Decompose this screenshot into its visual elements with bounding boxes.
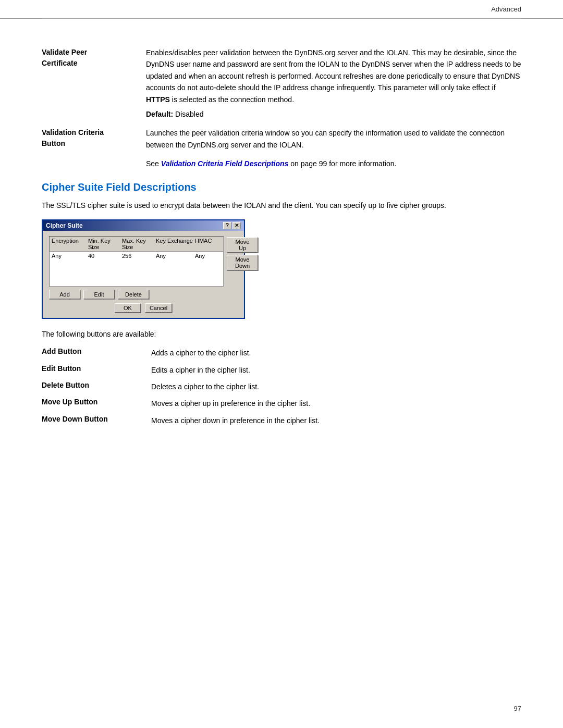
cipher-suite-intro: The SSL/TLS cipher suite is used to encr… — [42, 200, 521, 211]
edit-button-text: Edits a cipher in the cipher list. — [151, 364, 521, 376]
cell-encryption: Any — [52, 253, 88, 259]
cipher-suite-dialog: Cipher Suite ? ✕ Encrypt — [42, 219, 245, 319]
validate-peer-description: Enables/disables peer validation between… — [146, 47, 521, 120]
page-header: Advanced — [0, 0, 563, 19]
dialog-title: Cipher Suite — [46, 222, 83, 229]
ok-button[interactable]: OK — [115, 303, 141, 313]
cell-hmac: Any — [195, 253, 221, 259]
move-up-button-label: Move Up Button — [42, 398, 151, 406]
cipher-suite-heading: Cipher Suite Field Descriptions — [42, 181, 521, 193]
edit-button-label: Edit Button — [42, 364, 151, 373]
page-container: Advanced Validate Peer Certificate Enabl… — [0, 0, 563, 728]
page-footer: 97 — [514, 705, 521, 712]
move-down-button-desc: Move Down Button Moves a cipher down in … — [42, 415, 521, 426]
cell-min-key: 40 — [88, 253, 122, 259]
col-hmac: HMAC — [195, 238, 221, 250]
validation-criteria-description: Launches the peer validation criteria wi… — [146, 127, 521, 151]
col-min-key: Min. Key Size — [88, 238, 122, 250]
main-content: Validate Peer Certificate Enables/disabl… — [42, 47, 521, 426]
cell-key-exchange: Any — [156, 253, 195, 259]
add-button-label: Add Button — [42, 347, 151, 355]
move-down-button-text: Moves a cipher down in preference in the… — [151, 415, 521, 426]
button-descriptions-list: Add Button Adds a cipher to the cipher l… — [42, 347, 521, 426]
cipher-side-buttons: Move Up Move Down — [227, 236, 258, 287]
delete-button-desc: Delete Button Deletes a cipher to the ci… — [42, 381, 521, 392]
dialog-help-button[interactable]: ? — [223, 222, 231, 229]
validation-criteria-field: Validation Criteria Button Launches the … — [42, 127, 521, 151]
cipher-content-area: Encryption Min. Key Size Max. Key Size K… — [49, 236, 238, 287]
cipher-table-row: Any 40 256 Any Any — [50, 252, 223, 260]
col-key-exchange: Key Exchange — [156, 238, 195, 250]
page-number: 97 — [514, 705, 521, 712]
validate-peer-field: Validate Peer Certificate Enables/disabl… — [42, 47, 521, 120]
cipher-table-header: Encryption Min. Key Size Max. Key Size K… — [50, 237, 223, 252]
dialog-close-button[interactable]: ✕ — [232, 222, 241, 229]
delete-button-text: Deletes a cipher to the cipher list. — [151, 381, 521, 392]
move-up-button[interactable]: Move Up — [227, 237, 258, 253]
dialog-titlebar: Cipher Suite ? ✕ — [43, 220, 244, 231]
delete-button-label: Delete Button — [42, 381, 151, 389]
cipher-list-content: Encryption Min. Key Size Max. Key Size K… — [49, 236, 224, 287]
header-label: Advanced — [491, 5, 521, 13]
cipher-list-empty — [50, 260, 223, 286]
move-down-button-label: Move Down Button — [42, 415, 151, 423]
following-buttons-text: The following buttons are available: — [42, 328, 521, 340]
col-encryption: Encryption — [52, 238, 88, 250]
validate-peer-label: Validate Peer Certificate — [42, 47, 146, 69]
edit-button-desc: Edit Button Edits a cipher in the cipher… — [42, 364, 521, 376]
default-line: Default: Disabled — [146, 108, 521, 120]
move-up-button-desc: Move Up Button Moves a cipher up in pref… — [42, 398, 521, 409]
dialog-ok-cancel: OK Cancel — [49, 303, 238, 313]
cipher-list-area: Encryption Min. Key Size Max. Key Size K… — [49, 236, 224, 287]
cell-max-key: 256 — [122, 253, 156, 259]
move-up-button-text: Moves a cipher up in preference in the c… — [151, 398, 521, 409]
cipher-suite-dialog-wrapper: Cipher Suite ? ✕ Encrypt — [42, 219, 521, 319]
dialog-body: Encryption Min. Key Size Max. Key Size K… — [43, 231, 244, 318]
add-button-desc: Add Button Adds a cipher to the cipher l… — [42, 347, 521, 359]
edit-cipher-button[interactable]: Edit — [83, 290, 115, 299]
add-cipher-button[interactable]: Add — [49, 290, 80, 299]
validation-link-line: See Validation Criteria Field Descriptio… — [146, 158, 521, 169]
validation-criteria-label: Validation Criteria Button — [42, 127, 146, 149]
delete-cipher-button[interactable]: Delete — [118, 290, 149, 299]
add-button-text: Adds a cipher to the cipher list. — [151, 347, 521, 359]
col-max-key: Max. Key Size — [122, 238, 156, 250]
dialog-controls: ? ✕ — [223, 222, 241, 229]
validation-criteria-link[interactable]: Validation Criteria Field Descriptions — [161, 159, 289, 168]
cancel-button[interactable]: Cancel — [145, 303, 172, 313]
move-down-button[interactable]: Move Down — [227, 255, 258, 270]
dialog-bottom-row: Add Edit Delete — [49, 290, 238, 299]
